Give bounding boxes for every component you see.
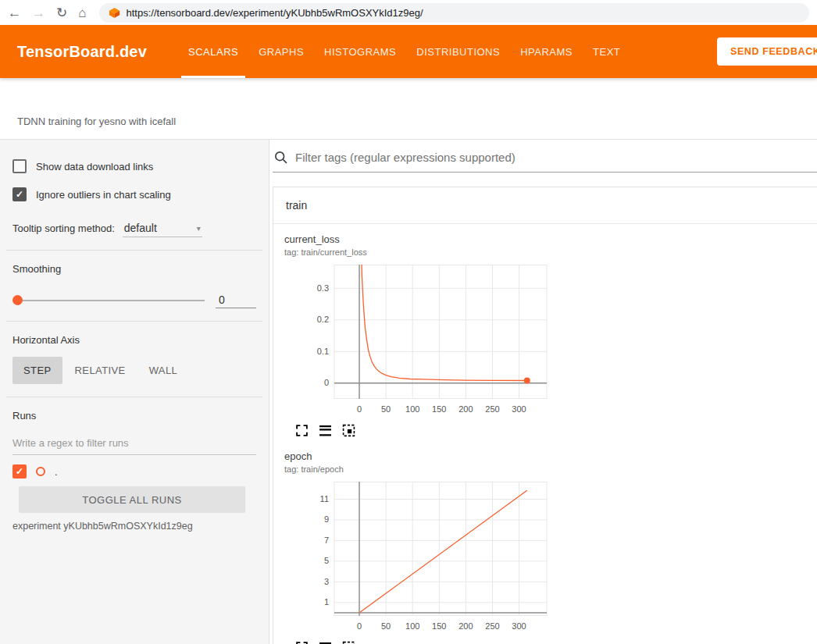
send-feedback-button[interactable]: SEND FEEDBACK <box>717 37 817 66</box>
smoothing-slider[interactable] <box>12 300 205 301</box>
reload-icon[interactable]: ↻ <box>56 6 67 20</box>
axis-step-button[interactable]: STEP <box>12 357 62 384</box>
svg-text:150: 150 <box>432 621 446 631</box>
tooltip-sorting-row: Tooltip sorting method: default ▾ <box>12 219 256 237</box>
divider <box>6 397 262 397</box>
tab-scalars[interactable]: SCALARS <box>178 25 248 78</box>
svg-text:7: 7 <box>324 535 329 545</box>
svg-text:300: 300 <box>512 404 526 414</box>
tab-graphs[interactable]: GRAPHS <box>248 25 314 78</box>
tensorboard-favicon-icon <box>109 7 120 19</box>
checkmark-icon: ✓ <box>16 190 23 199</box>
tab-distributions[interactable]: DISTRIBUTIONS <box>406 25 510 78</box>
train-section-card: train current_loss tag: train/current_lo… <box>273 187 817 644</box>
experiment-id-label: experiment yKUbhb5wRmOSXYkId1z9eg <box>12 521 256 532</box>
fit-domain-icon[interactable] <box>342 424 355 439</box>
tab-text[interactable]: TEXT <box>583 25 630 78</box>
slider-thumb[interactable] <box>12 295 23 305</box>
expand-chart-icon[interactable] <box>295 641 309 644</box>
app-logo[interactable]: TensorBoard.dev <box>0 25 147 78</box>
tab-hparams[interactable]: HPARAMS <box>510 25 583 78</box>
charts-grid: current_loss tag: train/current_loss 050… <box>273 224 817 644</box>
chart-title: current_loss <box>284 233 550 245</box>
svg-text:200: 200 <box>458 404 473 414</box>
axis-relative-button[interactable]: RELATIVE <box>64 357 137 384</box>
svg-text:250: 250 <box>485 621 499 631</box>
divider <box>6 250 262 251</box>
back-icon[interactable]: ← <box>8 6 21 20</box>
smoothing-value-input[interactable] <box>216 292 256 308</box>
forward-icon[interactable]: → <box>32 6 45 20</box>
expand-chart-icon[interactable] <box>295 424 309 439</box>
runs-label: Runs <box>12 410 256 422</box>
nav-tabs: SCALARS GRAPHS HISTOGRAMS DISTRIBUTIONS … <box>178 25 630 78</box>
svg-text:150: 150 <box>432 404 446 414</box>
run-checkbox-icon[interactable]: ✓ <box>12 464 27 479</box>
run-row[interactable]: ✓ . <box>12 464 256 479</box>
run-name: . <box>55 466 58 478</box>
ignore-outliers-label: Ignore outliers in chart scaling <box>36 189 171 201</box>
url-input[interactable] <box>127 7 800 19</box>
svg-text:0.2: 0.2 <box>317 315 329 324</box>
experiment-title-bar: TDNN training for yesno with icefall <box>0 78 817 140</box>
line-chart-epoch[interactable]: 0501001502002503001357911 <box>284 482 550 636</box>
browser-toolbar: ← → ↻ ⌂ <box>0 0 817 25</box>
svg-text:300: 300 <box>512 621 526 631</box>
settings-sidebar: Show data download links ✓ Ignore outlie… <box>0 140 269 644</box>
svg-text:1: 1 <box>324 597 329 607</box>
svg-text:50: 50 <box>381 621 391 631</box>
scalar-chart-epoch: epoch tag: train/epoch 05010015020025030… <box>284 450 550 644</box>
smoothing-slider-row <box>12 292 256 308</box>
horizontal-axis-label: Horizontal Axis <box>12 334 256 346</box>
chart-tag: tag: train/epoch <box>284 464 550 474</box>
svg-text:11: 11 <box>320 494 329 503</box>
svg-text:5: 5 <box>324 556 329 565</box>
run-color-swatch-icon <box>36 467 45 476</box>
svg-text:0: 0 <box>357 404 362 414</box>
show-download-links-label: Show data download links <box>36 161 153 173</box>
tooltip-sorting-select[interactable]: default ▾ <box>123 219 202 237</box>
home-icon[interactable]: ⌂ <box>78 6 86 20</box>
tooltip-sorting-value: default <box>124 222 157 234</box>
svg-text:250: 250 <box>485 404 499 414</box>
content: Show data download links ✓ Ignore outlie… <box>0 140 817 644</box>
chart-tag: tag: train/current_loss <box>284 247 550 257</box>
toggle-all-runs-button[interactable]: TOGGLE ALL RUNS <box>19 486 245 513</box>
scalar-chart-current-loss: current_loss tag: train/current_loss 050… <box>284 233 550 439</box>
log-scale-icon[interactable] <box>319 424 332 439</box>
tab-histograms[interactable]: HISTOGRAMS <box>314 25 406 78</box>
ignore-outliers-row[interactable]: ✓ Ignore outliers in chart scaling <box>12 183 256 205</box>
tag-filter-row <box>273 144 817 173</box>
svg-text:50: 50 <box>381 404 391 414</box>
fit-domain-icon[interactable] <box>342 641 355 644</box>
smoothing-label: Smoothing <box>12 263 256 275</box>
checkbox-checked-icon[interactable]: ✓ <box>12 187 27 201</box>
chart-title: epoch <box>284 450 550 462</box>
section-header-train[interactable]: train <box>273 187 817 224</box>
svg-text:9: 9 <box>324 514 329 524</box>
chart-actions <box>295 424 550 439</box>
experiment-title: TDNN training for yesno with icefall <box>17 116 176 127</box>
axis-wall-button[interactable]: WALL <box>138 357 189 384</box>
svg-text:3: 3 <box>324 577 329 586</box>
show-download-links-row[interactable]: Show data download links <box>12 155 256 177</box>
svg-text:0: 0 <box>357 621 362 631</box>
chart-actions <box>295 641 550 644</box>
search-icon <box>274 151 287 164</box>
scalars-main: train current_loss tag: train/current_lo… <box>269 140 817 644</box>
svg-text:100: 100 <box>405 621 419 631</box>
svg-text:200: 200 <box>458 621 473 631</box>
runs-filter-input[interactable] <box>12 431 256 455</box>
chevron-down-icon: ▾ <box>197 224 201 233</box>
tag-filter-input[interactable] <box>295 151 817 164</box>
horizontal-axis-options: STEP RELATIVE WALL <box>12 357 256 384</box>
svg-text:0.1: 0.1 <box>317 347 329 356</box>
tooltip-sorting-label: Tooltip sorting method: <box>12 222 115 234</box>
checkbox-unchecked-icon[interactable] <box>12 159 27 173</box>
log-scale-icon[interactable] <box>319 641 332 644</box>
divider <box>6 321 262 322</box>
line-chart-current-loss[interactable]: 05010015020025030000.10.20.3 <box>284 265 550 419</box>
svg-text:0.3: 0.3 <box>317 283 329 293</box>
address-bar[interactable] <box>99 3 809 23</box>
svg-text:0: 0 <box>324 378 329 387</box>
